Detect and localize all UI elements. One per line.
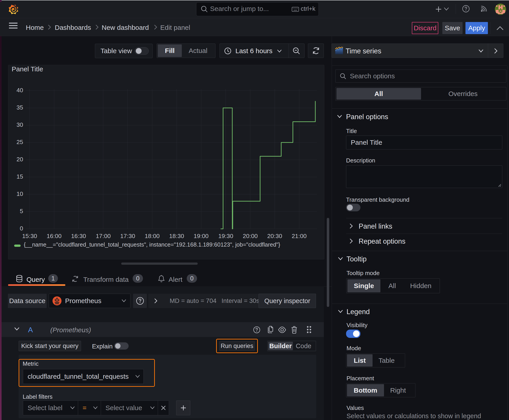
svg-text:17:00: 17:00: [96, 233, 111, 239]
svg-text:40: 40: [17, 87, 23, 94]
svg-text:{__name__="cloudflared_tunnel_: {__name__="cloudflared_tunnel_total_requ…: [24, 241, 280, 248]
svg-text:16:00: 16:00: [47, 233, 61, 239]
svg-text:25: 25: [17, 139, 23, 145]
svg-text:0: 0: [20, 225, 23, 232]
svg-text:30: 30: [17, 121, 23, 128]
svg-text:20:30: 20:30: [267, 233, 282, 239]
svg-text:19:00: 19:00: [194, 233, 208, 239]
svg-text:18:00: 18:00: [145, 233, 160, 239]
svg-text:15: 15: [17, 173, 23, 180]
svg-text:16:30: 16:30: [71, 233, 86, 239]
svg-text:5: 5: [20, 208, 23, 215]
svg-text:19:30: 19:30: [218, 233, 233, 239]
svg-text:21:00: 21:00: [292, 233, 307, 239]
svg-text:35: 35: [17, 104, 23, 111]
svg-text:15:30: 15:30: [22, 233, 37, 239]
svg-text:18:30: 18:30: [169, 233, 184, 239]
svg-text:10: 10: [17, 190, 23, 197]
svg-text:20:00: 20:00: [243, 233, 258, 239]
svg-text:20: 20: [17, 156, 23, 163]
svg-text:17:30: 17:30: [120, 233, 135, 239]
